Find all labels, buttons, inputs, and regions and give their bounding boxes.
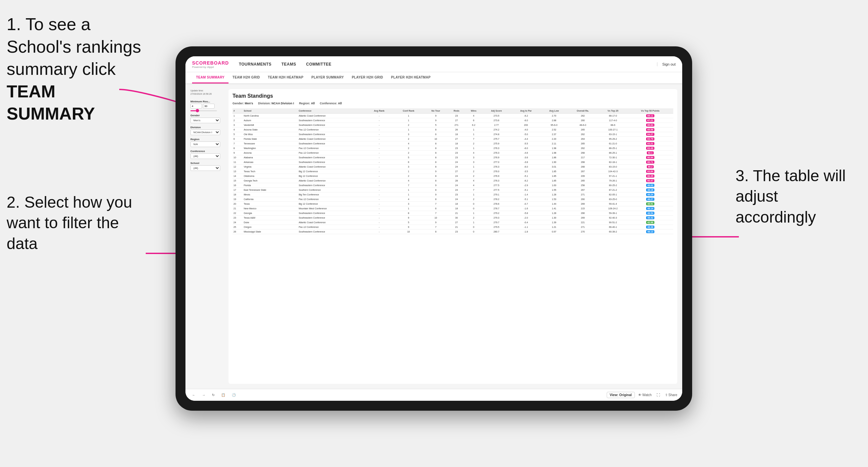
tab-team-summary[interactable]: TEAM SUMMARY [192, 72, 228, 84]
table-row: 26 Mississippi State Southeastern Confer… [232, 229, 673, 234]
nav-committee[interactable]: COMMITTEE [306, 57, 332, 71]
tablet-screen: SCOREBOARD Powered by clippd TOURNAMENTS… [185, 56, 682, 401]
table-row: 15 Georgia Tech Atlantic Coast Conferenc… [232, 179, 673, 183]
region-label: Region [190, 138, 223, 141]
logo-area: SCOREBOARD Powered by clippd [192, 60, 229, 68]
refresh-button[interactable]: ↻ [210, 392, 216, 398]
school-filter: School (All) [190, 162, 223, 171]
step1-text: To see a School's rankings summary click [7, 14, 141, 79]
region-filter-label: Region: All [299, 102, 315, 105]
table-row: 18 Illinois Big Ten Conference - 1 9 23 … [232, 192, 673, 197]
table-row: 14 Oklahoma Big 12 Conference - 2 8 24 2… [232, 174, 673, 179]
table-row: 23 Texas A&M Southeastern Conference - 9… [232, 216, 673, 220]
sign-out-button[interactable]: Sign out [657, 62, 676, 66]
minimum-rounds-label: Minimum Rou... [190, 100, 223, 103]
col-vs50: Vs Top 50 Points [627, 108, 673, 114]
bottom-toolbar: ← → ↻ 📋 🕐 View: Original 👁 Watch ⛶ ⇧ Sha… [185, 389, 682, 401]
gender-select[interactable]: Men's Women's [190, 118, 220, 123]
gender-label: Gender [190, 114, 223, 117]
logo-sub: Powered by clippd [192, 66, 229, 68]
table-row: 12 Virginia Atlantic Coast Conference - … [232, 165, 673, 169]
tablet: SCOREBOARD Powered by clippd TOURNAMENTS… [176, 46, 692, 411]
col-rnds: Rnds [448, 108, 465, 114]
region-select[interactable]: N/A All East West [190, 142, 220, 147]
minimum-rounds-filter: Minimum Rou... [190, 100, 223, 111]
instruction-step2: 2. Select how you want to filter the dat… [7, 192, 132, 254]
main-content: Update time: 27/03/2024 16:56:26 Minimum… [185, 84, 682, 389]
gender-filter-label: Gender: Men's [232, 102, 253, 105]
table-row: 6 Florida State Atlantic Coast Conferenc… [232, 137, 673, 142]
table-row: 25 Oregon Pac-12 Conference - 9 7 21 0 2… [232, 225, 673, 229]
school-select[interactable]: (All) [190, 165, 220, 171]
table-row: 13 Texas Tech Big 12 Conference - 1 9 27… [232, 169, 673, 174]
col-overall: Overall Ra. [567, 108, 599, 114]
col-no-tour: No Tour [424, 108, 448, 114]
tab-player-h2h-heatmap[interactable]: PLAYER H2H HEATMAP [387, 72, 434, 84]
update-time: Update time: 27/03/2024 16:56:26 [190, 89, 223, 96]
rounds-slider[interactable] [190, 110, 217, 111]
table-row: 5 Ole Miss Southeastern Conference - 3 6… [232, 132, 673, 137]
division-select[interactable]: NCAA Division I NCAA Division II NCAA Di… [190, 129, 220, 135]
table-row: 10 Alabama Southeastern Conference - 5 8… [232, 155, 673, 160]
division-filter-label: Division: NCAA Division I [258, 102, 294, 105]
step3-text: The table will adjust accordingly [736, 167, 846, 226]
table-row: 8 Washington Pac-12 Conference - 2 8 23 … [232, 146, 673, 151]
min-rounds-min-input[interactable] [190, 104, 202, 108]
step2-number: 2. [7, 193, 20, 211]
table-row: 7 Tennessee Southeastern Conference - 4 … [232, 142, 673, 146]
col-rank: # [232, 108, 243, 114]
min-rounds-max-input[interactable] [203, 104, 215, 108]
division-filter: Division NCAA Division I NCAA Division I… [190, 126, 223, 135]
standings-title: Team Standings [232, 93, 673, 99]
tab-player-h2h-grid[interactable]: PLAYER H2H GRID [348, 72, 387, 84]
watch-button[interactable]: 👁 Watch [638, 393, 652, 397]
table-row: 4 Arizona State Pac-12 Conference - 1 8 … [232, 127, 673, 132]
col-avg-low: Avg Low [541, 108, 567, 114]
col-conf-rank: Conf Rank [394, 108, 424, 114]
table-row: 21 New Mexico Mountain West Conference -… [232, 206, 673, 211]
tab-player-summary[interactable]: PLAYER SUMMARY [307, 72, 348, 84]
step1-number: 1. [7, 14, 21, 34]
col-conference: Conference [298, 108, 365, 114]
step1-bold: TEAM SUMMARY [7, 82, 95, 124]
clock-button[interactable]: 🕐 [230, 392, 238, 398]
col-school: School [243, 108, 298, 114]
table-row: 24 Duke Atlantic Coast Conference - 5 9 … [232, 220, 673, 225]
division-label: Division [190, 126, 223, 129]
filter-panel: Update time: 27/03/2024 16:56:26 Minimum… [190, 89, 223, 384]
col-avg-rank: Avg Rank [365, 108, 393, 114]
expand-button[interactable]: ⛶ [655, 392, 662, 398]
conference-filter: Conference (All) ACC SEC Big 12 [190, 150, 223, 159]
table-row: 9 Arizona Pac-12 Conference - 2 8 23 4 2… [232, 151, 673, 155]
col-wins: Wins [465, 108, 482, 114]
region-filter: Region N/A All East West [190, 138, 223, 147]
conference-select[interactable]: (All) ACC SEC Big 12 [190, 153, 220, 159]
conference-filter-label: Conference: All [319, 102, 342, 105]
standings-panel: Team Standings Gender: Men's Division: N… [228, 89, 677, 384]
redo-button[interactable]: → [200, 392, 207, 398]
view-original-button[interactable]: View: Original [607, 392, 635, 398]
table-row: 20 Texas Big 12 Conference - 3 7 18 0 27… [232, 202, 673, 206]
gender-filter: Gender Men's Women's [190, 114, 223, 123]
table-row: 11 Arkansas Southeastern Conference - 6 … [232, 160, 673, 165]
conference-label: Conference [190, 150, 223, 153]
undo-button[interactable]: ← [190, 392, 197, 398]
col-avg-to-par: Avg to Par [511, 108, 541, 114]
tab-team-h2h-heatmap[interactable]: TEAM H2H HEATMAP [264, 72, 307, 84]
table-row: 17 East Tennessee State Southern Confere… [232, 188, 673, 192]
table-row: 16 Florida Southeastern Conference - 7 9… [232, 183, 673, 188]
table-row: 1 North Carolina Atlantic Coast Conferen… [232, 114, 673, 118]
tab-team-h2h-grid[interactable]: TEAM H2H GRID [228, 72, 264, 84]
copy-button[interactable]: 📋 [220, 392, 227, 398]
instruction-step3: 3. The table will adjust accordingly [736, 165, 861, 227]
col-adj-score: Adj Score [482, 108, 511, 114]
standings-filter-row: Gender: Men's Division: NCAA Division I … [232, 102, 673, 105]
col-vs25: Vs Top 25 [599, 108, 627, 114]
nav-items: TOURNAMENTS TEAMS COMMITTEE [239, 57, 657, 71]
nav-tournaments[interactable]: TOURNAMENTS [239, 57, 272, 71]
step3-number: 3. [736, 167, 749, 185]
nav-teams[interactable]: TEAMS [281, 57, 297, 71]
share-button[interactable]: ⇧ Share [665, 393, 677, 397]
logo-scoreboard: SCOREBOARD [192, 60, 229, 66]
nav-bar: SCOREBOARD Powered by clippd TOURNAMENTS… [185, 56, 682, 72]
